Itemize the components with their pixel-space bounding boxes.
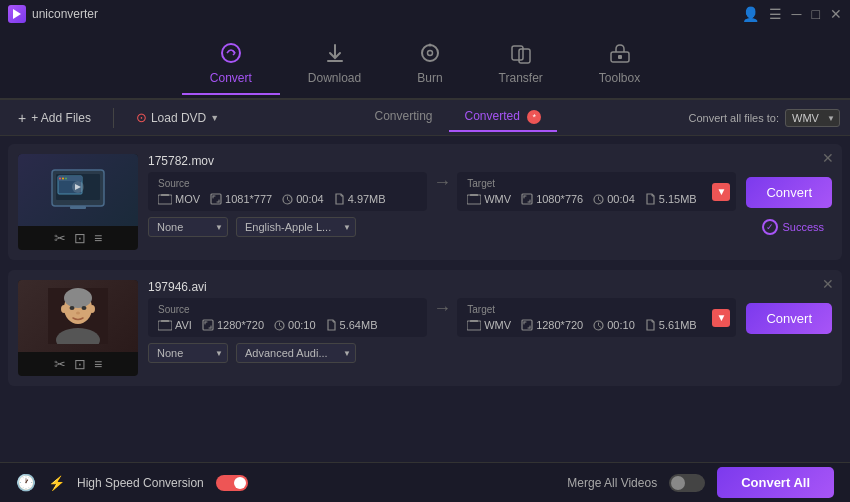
load-dvd-label: Load DVD: [151, 111, 206, 125]
hamburger-icon[interactable]: ☰: [769, 7, 782, 21]
target-format-dropdown-2[interactable]: ▼: [712, 309, 730, 327]
target-format-icon-2: [467, 320, 481, 331]
success-badge-1: ✓ Success: [762, 217, 824, 237]
file-thumb-2: ✂ ⊡ ≡: [18, 280, 138, 376]
source-dur-1: 00:04: [282, 193, 324, 205]
add-files-button[interactable]: + + Add Files: [10, 106, 99, 130]
cut-icon-2[interactable]: ✂: [54, 356, 66, 372]
file-item-2: ✕: [8, 270, 842, 386]
svg-rect-42: [522, 320, 532, 330]
source-format-1: MOV: [158, 193, 200, 205]
svg-point-34: [61, 305, 67, 313]
target-format-icon-1: [467, 194, 481, 205]
load-dvd-button[interactable]: ⊙ Load DVD ▼: [128, 106, 227, 129]
audio-select-1[interactable]: English-Apple L...: [236, 217, 356, 237]
convert-button-1[interactable]: Convert: [746, 177, 832, 208]
source-format-text-1: MOV: [175, 193, 200, 205]
svg-rect-24: [470, 194, 478, 196]
source-res-text-2: 1280*720: [217, 319, 264, 331]
nav-item-toolbox[interactable]: Toolbox: [571, 34, 668, 93]
speed-icon: ⚡: [48, 475, 65, 491]
convert-all-label: Convert all files to:: [689, 112, 779, 124]
cut-icon-1[interactable]: ✂: [54, 230, 66, 246]
file-thumb-1: ✂ ⊡ ≡: [18, 154, 138, 250]
maximize-icon[interactable]: □: [812, 7, 820, 21]
info-convert-row-1: Source MOV: [148, 172, 832, 213]
format-select-wrap: WMV MP4 AVI MOV: [785, 109, 840, 127]
close-file-2-icon[interactable]: ✕: [822, 276, 834, 292]
user-icon[interactable]: 👤: [742, 7, 759, 21]
tab-converted[interactable]: Converted *: [449, 103, 558, 132]
source-dur-text-2: 00:10: [288, 319, 316, 331]
nav-item-burn[interactable]: Burn: [389, 34, 470, 93]
titlebar: uniconverter 👤 ☰ ─ □ ✕: [0, 0, 850, 28]
source-fields-2: AVI 1280*720: [158, 319, 417, 331]
target-format-dropdown-1[interactable]: ▼: [712, 183, 730, 201]
target-clock-icon-1: [593, 194, 604, 205]
convert-nav-icon: [220, 42, 242, 67]
titlebar-controls: 👤 ☰ ─ □ ✕: [742, 7, 842, 21]
svg-point-32: [76, 312, 80, 315]
svg-rect-13: [58, 176, 82, 181]
svg-point-29: [64, 288, 92, 308]
target-format-text-1: WMV: [484, 193, 511, 205]
app-logo: [8, 5, 26, 23]
dvd-dropdown-icon[interactable]: ▼: [210, 113, 219, 123]
toolbox-nav-icon: [609, 42, 631, 67]
source-dur-2: 00:10: [274, 319, 316, 331]
svg-point-16: [65, 178, 67, 180]
subtitle-select-wrap-2: None: [148, 343, 228, 363]
svg-rect-23: [467, 195, 481, 204]
file-icon-2: [326, 319, 337, 331]
minimize-icon[interactable]: ─: [792, 7, 802, 21]
format-select[interactable]: WMV MP4 AVI MOV: [785, 109, 840, 127]
speed-toggle[interactable]: [216, 475, 248, 491]
dvd-icon: ⊙: [136, 110, 147, 125]
file-item-1: ✕ ✂ ⊡: [8, 144, 842, 260]
nav-label-download: Download: [308, 71, 361, 85]
svg-marker-0: [13, 9, 21, 19]
audio-select-2[interactable]: Advanced Audi...: [236, 343, 356, 363]
target-res-2: 1280*720: [521, 319, 583, 331]
close-file-1-icon[interactable]: ✕: [822, 150, 834, 166]
settings-icon-2[interactable]: ≡: [94, 356, 102, 372]
nav-item-download[interactable]: Download: [280, 34, 389, 93]
target-dur-1: 00:04: [593, 193, 635, 205]
convert-all-to: Convert all files to: WMV MP4 AVI MOV: [689, 109, 840, 127]
tab-converting[interactable]: Converting: [358, 103, 448, 132]
settings-icon-1[interactable]: ≡: [94, 230, 102, 246]
close-icon[interactable]: ✕: [830, 7, 842, 21]
svg-point-2: [422, 45, 438, 61]
thumb-image-1: [18, 154, 138, 226]
nav-item-transfer[interactable]: Transfer: [471, 34, 571, 93]
titlebar-left: uniconverter: [8, 5, 98, 23]
svg-rect-19: [158, 195, 172, 204]
source-size-2: 5.64MB: [326, 319, 378, 331]
burn-nav-icon: [419, 42, 441, 67]
toolbar-separator-1: [113, 108, 114, 128]
source-res-1: 1081*777: [210, 193, 272, 205]
app-name: uniconverter: [32, 7, 98, 21]
convert-all-button[interactable]: Convert All: [717, 467, 834, 498]
convert-button-2[interactable]: Convert: [746, 303, 832, 334]
timer-icon[interactable]: 🕐: [16, 473, 36, 492]
nav-item-convert[interactable]: Convert: [182, 34, 280, 93]
svg-point-15: [62, 178, 64, 180]
svg-rect-37: [161, 320, 169, 322]
crop-icon-1[interactable]: ⊡: [74, 230, 86, 246]
source-res-2: 1280*720: [202, 319, 264, 331]
success-text-1: Success: [782, 221, 824, 233]
subtitle-select-wrap-1: None: [148, 217, 228, 237]
target-file-icon-1: [645, 193, 656, 205]
format-icon-2: [158, 320, 172, 331]
target-format-text-2: WMV: [484, 319, 511, 331]
subtitle-select-1[interactable]: None: [148, 217, 228, 237]
svg-rect-38: [203, 320, 213, 330]
transfer-nav-icon: [510, 42, 532, 67]
crop-icon-2[interactable]: ⊡: [74, 356, 86, 372]
svg-rect-5: [512, 46, 523, 60]
subtitle-select-2[interactable]: None: [148, 343, 228, 363]
thumb-controls-1: ✂ ⊡ ≡: [18, 226, 138, 250]
merge-toggle[interactable]: [669, 474, 705, 492]
source-format-text-2: AVI: [175, 319, 192, 331]
